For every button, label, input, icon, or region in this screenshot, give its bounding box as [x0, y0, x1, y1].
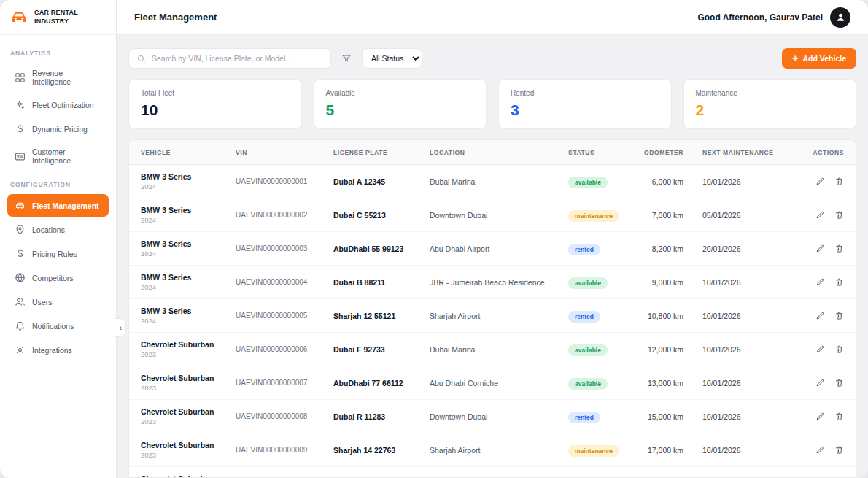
odometer-cell: 6,000 km [635, 177, 683, 186]
edit-icon[interactable] [815, 344, 825, 354]
stat-label: Rented [511, 89, 659, 97]
status-cell: maintenance [568, 443, 635, 457]
vehicle-cell: BMW 3 Series2024 [141, 239, 236, 258]
search-input[interactable] [152, 54, 323, 63]
vehicle-model: Chevrolet Suburban [141, 340, 236, 349]
odometer-cell: 8,200 km [635, 244, 683, 253]
actions-cell [806, 378, 844, 388]
location-cell: Downtown Dubai [430, 412, 568, 421]
sidebar-item-users[interactable]: Users [7, 290, 109, 313]
dollar-icon [15, 123, 26, 134]
odometer-cell: 12,000 km [635, 345, 683, 354]
status-badge: available [568, 344, 608, 356]
vehicle-cell: Chevrolet Suburban2023 [141, 340, 236, 358]
sidebar-item-integrations[interactable]: Integrations [7, 339, 109, 361]
table-row: BMW 3 Series2024UAEVIN00000000005Sharjah… [129, 299, 856, 333]
edit-icon[interactable] [815, 277, 825, 287]
globe-icon [15, 272, 26, 283]
table-row: Chevrolet Suburban2023UAEVIN00000000007A… [129, 366, 856, 400]
sidebar-nav: ANALYTICSRevenue IntelligenceFleet Optim… [0, 35, 116, 369]
sidebar-item-label: Fleet Management [32, 201, 99, 210]
edit-icon[interactable] [815, 244, 825, 253]
edit-icon[interactable] [815, 311, 825, 320]
table-row: BMW 3 Series2024UAEVIN00000000004Dubai B… [129, 266, 856, 299]
edit-icon[interactable] [815, 378, 825, 388]
license-plate-cell: AbuDhabi 77 66112 [333, 379, 430, 388]
gear-icon [15, 344, 26, 355]
vehicle-model: BMW 3 Series [141, 206, 236, 215]
status-filter-select[interactable]: All Status [362, 48, 422, 69]
add-vehicle-label: Add Vehicle [802, 54, 846, 63]
filter-icon[interactable] [341, 53, 352, 63]
vehicle-year: 2024 [141, 283, 236, 291]
topbar-right: Good Afternoon, Gaurav Patel [697, 7, 850, 28]
sidebar-item-label: Dynamic Pricing [32, 125, 88, 134]
avatar[interactable] [830, 7, 850, 28]
sidebar-item-competitors[interactable]: Competitors [7, 266, 109, 289]
delete-icon[interactable] [834, 378, 844, 388]
stat-label: Total Fleet [141, 89, 290, 97]
sidebar-item-label: Competitors [32, 274, 74, 282]
delete-icon[interactable] [834, 244, 844, 253]
location-cell: Dubai Marina [430, 345, 568, 354]
delete-icon[interactable] [834, 311, 844, 320]
vehicle-cell: Chevrolet Suburban2023 [141, 407, 236, 425]
sidebar-collapse-button[interactable]: ‹ [115, 318, 126, 337]
status-cell: available [568, 275, 635, 289]
main-area: Fleet Management Good Afternoon, Gaurav … [117, 0, 868, 478]
table-row: Chevrolet Suburban2023UAEVIN00000000009S… [129, 433, 856, 467]
status-cell: available [568, 376, 635, 390]
dollar-icon [15, 248, 26, 259]
sidebar-section-label: CONFIGURATION [0, 172, 116, 193]
delete-icon[interactable] [834, 445, 844, 455]
vin-cell: UAEVIN00000000004 [236, 278, 333, 286]
delete-icon[interactable] [834, 210, 844, 220]
license-plate-cell: Dubai B 88211 [333, 278, 430, 287]
license-plate-cell: AbuDhabi 55 99123 [333, 244, 430, 253]
status-badge: maintenance [568, 210, 619, 222]
edit-icon[interactable] [815, 445, 825, 455]
sidebar: CAR RENTAL INDUSTRY ANALYTICSRevenue Int… [0, 0, 117, 478]
license-plate-cell: Dubai R 11283 [333, 412, 430, 421]
map-pin-icon [15, 224, 26, 235]
app-window: CAR RENTAL INDUSTRY ANALYTICSRevenue Int… [0, 0, 868, 478]
sidebar-item-fleet-optimization[interactable]: Fleet Optimization [7, 93, 109, 116]
delete-icon[interactable] [834, 277, 844, 287]
edit-icon[interactable] [815, 412, 825, 421]
vehicle-cell: BMW 3 Series2024 [141, 172, 236, 190]
edit-icon[interactable] [815, 177, 825, 186]
id-card-icon [15, 151, 26, 162]
sparkles-icon [15, 99, 26, 110]
table-row: Chevrolet Suburban2023UAEVIN00000000006D… [129, 333, 856, 366]
sidebar-item-customer-intelligence[interactable]: Customer Intelligence [7, 142, 109, 171]
sidebar-item-pricing-rules[interactable]: Pricing Rules [7, 242, 109, 265]
vehicle-year: 2024 [141, 250, 236, 258]
vehicle-model: Chevrolet Suburban [141, 474, 236, 477]
add-vehicle-button[interactable]: + Add Vehicle [782, 48, 856, 69]
sidebar-item-revenue-intelligence[interactable]: Revenue Intelligence [7, 63, 109, 92]
sidebar-item-notifications[interactable]: Notifications [7, 315, 109, 337]
delete-icon[interactable] [834, 177, 844, 186]
sidebar-item-locations[interactable]: Locations [7, 218, 109, 241]
license-plate-cell: Sharjah 14 22763 [333, 446, 430, 455]
next-maintenance-cell: 10/01/2026 [683, 446, 806, 455]
status-badge: maintenance [568, 445, 619, 457]
delete-icon[interactable] [834, 412, 844, 421]
search-icon [136, 54, 146, 63]
sidebar-item-label: Pricing Rules [32, 250, 77, 258]
sidebar-item-dynamic-pricing[interactable]: Dynamic Pricing [7, 117, 109, 140]
vehicle-year: 2023 [141, 384, 236, 392]
stat-card-maintenance: Maintenance2 [683, 79, 857, 129]
vehicle-year: 2024 [141, 317, 236, 325]
stat-card-available: Available5 [314, 79, 487, 129]
edit-icon[interactable] [815, 210, 825, 220]
vehicle-model: BMW 3 Series [141, 307, 236, 315]
delete-icon[interactable] [834, 344, 844, 354]
sidebar-item-fleet-management[interactable]: Fleet Management [7, 194, 109, 217]
license-plate-cell: Sharjah 12 55121 [333, 312, 430, 320]
next-maintenance-cell: 10/01/2026 [683, 345, 806, 354]
bell-icon [15, 320, 26, 331]
status-cell: rented [568, 309, 635, 323]
table-row: Chevrolet Suburban2023UAEVIN00000000008D… [129, 400, 856, 433]
sidebar-item-label: Users [32, 298, 52, 307]
